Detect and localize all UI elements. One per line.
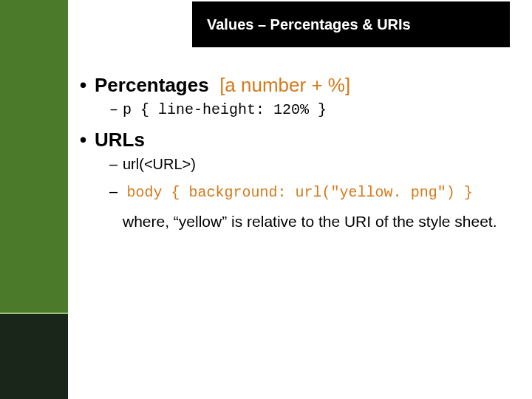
bullet-percentages: •Percentages [a number + %] [80,74,516,97]
sub-percentages-code: –p { line-height: 120% } [109,101,516,118]
content-area: •Percentages [a number + %] –p { line-he… [80,74,516,232]
bullet-urls: •URLs [80,129,516,151]
dash-icon: – [109,156,123,173]
code-line-height: p { line-height: 120% } [123,101,327,118]
bullet-dot-icon: • [80,129,95,151]
url-syntax-text: url(<URL>) [123,156,196,172]
dash-icon: – [109,101,123,118]
slide: Values – Percentages & URIs •Percentages… [0,0,532,399]
sub-url-syntax: –url(<URL>) [109,156,516,173]
url-note: where, “yellow” is relative to the URI o… [123,211,516,232]
bullet-percentages-bracket: [a number + %] [214,74,350,96]
title-bar: Values – Percentages & URIs [192,1,510,47]
bullet-urls-label: URLs [95,129,145,151]
bullet-percentages-label: Percentages [95,74,209,96]
side-stripe-dark [0,314,68,399]
code-background-url: body { background: url("yellow. png") } [127,184,473,201]
bullet-dot-icon: • [80,74,95,97]
dash-icon: – [109,183,123,200]
bracket-text: [a number + %] [219,74,350,96]
sub-url-example: – body { background: url("yellow. png") … [109,183,516,201]
slide-title: Values – Percentages & URIs [207,16,411,33]
